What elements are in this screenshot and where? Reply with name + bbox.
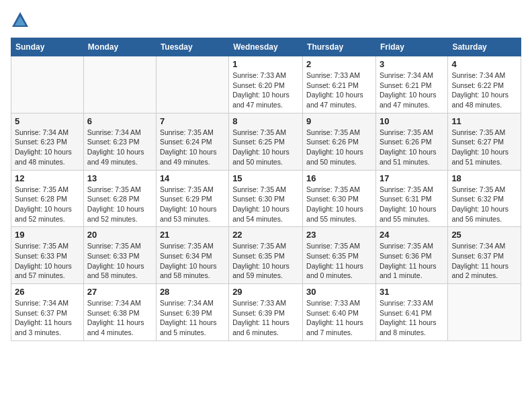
day-number: 20: [87, 230, 152, 240]
day-info: Sunrise: 7:35 AMSunset: 6:29 PMDaylight:…: [160, 185, 225, 224]
day-number: 24: [380, 230, 444, 240]
dow-thursday: Thursday: [303, 38, 376, 56]
day-cell: 18Sunrise: 7:35 AMSunset: 6:32 PMDayligh…: [448, 170, 521, 227]
day-number: 2: [306, 59, 372, 69]
day-number: 12: [15, 173, 80, 183]
day-info: Sunrise: 7:35 AMSunset: 6:32 PMDaylight:…: [451, 185, 517, 224]
calendar-table: SundayMondayTuesdayWednesdayThursdayFrid…: [11, 38, 521, 341]
day-cell: 21Sunrise: 7:35 AMSunset: 6:34 PMDayligh…: [156, 227, 228, 284]
day-cell: [156, 56, 228, 113]
day-cell: 20Sunrise: 7:35 AMSunset: 6:33 PMDayligh…: [83, 227, 156, 284]
day-number: 17: [380, 173, 444, 183]
day-cell: 6Sunrise: 7:34 AMSunset: 6:23 PMDaylight…: [83, 113, 156, 170]
day-number: 13: [87, 173, 152, 183]
day-cell: [448, 284, 521, 341]
day-info: Sunrise: 7:35 AMSunset: 6:36 PMDaylight:…: [380, 241, 444, 281]
day-cell: 13Sunrise: 7:35 AMSunset: 6:28 PMDayligh…: [83, 170, 156, 227]
day-info: Sunrise: 7:35 AMSunset: 6:31 PMDaylight:…: [380, 185, 444, 224]
day-cell: 10Sunrise: 7:35 AMSunset: 6:26 PMDayligh…: [375, 113, 447, 170]
day-number: 25: [451, 230, 517, 240]
day-info: Sunrise: 7:33 AMSunset: 6:20 PMDaylight:…: [232, 71, 299, 110]
day-info: Sunrise: 7:35 AMSunset: 6:24 PMDaylight:…: [160, 128, 225, 167]
day-number: 30: [306, 287, 372, 297]
day-cell: [83, 56, 156, 113]
day-info: Sunrise: 7:35 AMSunset: 6:26 PMDaylight:…: [306, 128, 372, 167]
week-row-4: 19Sunrise: 7:35 AMSunset: 6:33 PMDayligh…: [11, 227, 521, 284]
day-cell: 22Sunrise: 7:35 AMSunset: 6:35 PMDayligh…: [229, 227, 303, 284]
day-number: 4: [451, 59, 517, 69]
day-info: Sunrise: 7:34 AMSunset: 6:38 PMDaylight:…: [87, 298, 152, 338]
day-cell: 17Sunrise: 7:35 AMSunset: 6:31 PMDayligh…: [375, 170, 447, 227]
day-cell: 24Sunrise: 7:35 AMSunset: 6:36 PMDayligh…: [375, 227, 447, 284]
day-cell: 14Sunrise: 7:35 AMSunset: 6:29 PMDayligh…: [156, 170, 228, 227]
week-row-5: 26Sunrise: 7:34 AMSunset: 6:37 PMDayligh…: [11, 284, 521, 341]
day-cell: 5Sunrise: 7:34 AMSunset: 6:23 PMDaylight…: [11, 113, 84, 170]
day-cell: 8Sunrise: 7:35 AMSunset: 6:25 PMDaylight…: [229, 113, 303, 170]
day-info: Sunrise: 7:34 AMSunset: 6:21 PMDaylight:…: [380, 71, 444, 110]
day-cell: 29Sunrise: 7:33 AMSunset: 6:39 PMDayligh…: [229, 284, 303, 341]
day-info: Sunrise: 7:34 AMSunset: 6:23 PMDaylight:…: [15, 128, 80, 167]
day-number: 11: [451, 116, 517, 126]
day-number: 22: [232, 230, 299, 240]
day-cell: [11, 56, 84, 113]
day-number: 6: [87, 116, 152, 126]
day-number: 23: [306, 230, 372, 240]
page-header: [11, 11, 521, 30]
dow-wednesday: Wednesday: [229, 38, 303, 56]
day-cell: 4Sunrise: 7:34 AMSunset: 6:22 PMDaylight…: [448, 56, 521, 113]
day-info: Sunrise: 7:34 AMSunset: 6:22 PMDaylight:…: [451, 71, 517, 110]
week-row-1: 1Sunrise: 7:33 AMSunset: 6:20 PMDaylight…: [11, 56, 521, 113]
day-number: 3: [380, 59, 444, 69]
day-info: Sunrise: 7:35 AMSunset: 6:30 PMDaylight:…: [232, 185, 299, 224]
day-info: Sunrise: 7:35 AMSunset: 6:34 PMDaylight:…: [160, 241, 225, 281]
day-number: 9: [306, 116, 372, 126]
day-cell: 7Sunrise: 7:35 AMSunset: 6:24 PMDaylight…: [156, 113, 228, 170]
day-info: Sunrise: 7:35 AMSunset: 6:33 PMDaylight:…: [15, 241, 80, 281]
day-number: 15: [232, 173, 299, 183]
day-cell: 27Sunrise: 7:34 AMSunset: 6:38 PMDayligh…: [83, 284, 156, 341]
day-number: 28: [160, 287, 225, 297]
day-info: Sunrise: 7:35 AMSunset: 6:26 PMDaylight:…: [380, 128, 444, 167]
day-cell: 12Sunrise: 7:35 AMSunset: 6:28 PMDayligh…: [11, 170, 84, 227]
day-info: Sunrise: 7:35 AMSunset: 6:30 PMDaylight:…: [306, 185, 372, 224]
day-cell: 15Sunrise: 7:35 AMSunset: 6:30 PMDayligh…: [229, 170, 303, 227]
day-number: 19: [15, 230, 80, 240]
day-info: Sunrise: 7:35 AMSunset: 6:35 PMDaylight:…: [232, 241, 299, 281]
day-info: Sunrise: 7:35 AMSunset: 6:27 PMDaylight:…: [451, 128, 517, 167]
day-cell: 25Sunrise: 7:34 AMSunset: 6:37 PMDayligh…: [448, 227, 521, 284]
day-number: 14: [160, 173, 225, 183]
day-cell: 30Sunrise: 7:33 AMSunset: 6:40 PMDayligh…: [303, 284, 376, 341]
dow-sunday: Sunday: [11, 38, 84, 56]
day-number: 29: [232, 287, 299, 297]
days-of-week-header: SundayMondayTuesdayWednesdayThursdayFrid…: [11, 38, 521, 56]
day-cell: 9Sunrise: 7:35 AMSunset: 6:26 PMDaylight…: [303, 113, 376, 170]
day-number: 10: [380, 116, 444, 126]
day-info: Sunrise: 7:34 AMSunset: 6:23 PMDaylight:…: [87, 128, 152, 167]
day-info: Sunrise: 7:33 AMSunset: 6:41 PMDaylight:…: [380, 298, 444, 338]
day-cell: 23Sunrise: 7:35 AMSunset: 6:35 PMDayligh…: [303, 227, 376, 284]
day-cell: 31Sunrise: 7:33 AMSunset: 6:41 PMDayligh…: [375, 284, 447, 341]
day-number: 7: [160, 116, 225, 126]
day-cell: 2Sunrise: 7:33 AMSunset: 6:21 PMDaylight…: [303, 56, 376, 113]
day-info: Sunrise: 7:35 AMSunset: 6:33 PMDaylight:…: [87, 241, 152, 281]
day-number: 1: [232, 59, 299, 69]
day-number: 26: [15, 287, 80, 297]
day-info: Sunrise: 7:34 AMSunset: 6:37 PMDaylight:…: [451, 241, 517, 281]
day-number: 21: [160, 230, 225, 240]
day-number: 27: [87, 287, 152, 297]
day-number: 18: [451, 173, 517, 183]
day-info: Sunrise: 7:34 AMSunset: 6:39 PMDaylight:…: [160, 298, 225, 338]
logo-icon: [11, 11, 30, 30]
day-cell: 26Sunrise: 7:34 AMSunset: 6:37 PMDayligh…: [11, 284, 84, 341]
logo: [11, 11, 32, 30]
dow-saturday: Saturday: [448, 38, 521, 56]
week-row-2: 5Sunrise: 7:34 AMSunset: 6:23 PMDaylight…: [11, 113, 521, 170]
day-number: 31: [380, 287, 444, 297]
dow-monday: Monday: [83, 38, 156, 56]
calendar-body: 1Sunrise: 7:33 AMSunset: 6:20 PMDaylight…: [11, 56, 521, 341]
day-info: Sunrise: 7:33 AMSunset: 6:40 PMDaylight:…: [306, 298, 372, 338]
day-cell: 28Sunrise: 7:34 AMSunset: 6:39 PMDayligh…: [156, 284, 228, 341]
day-cell: 1Sunrise: 7:33 AMSunset: 6:20 PMDaylight…: [229, 56, 303, 113]
day-info: Sunrise: 7:35 AMSunset: 6:28 PMDaylight:…: [87, 185, 152, 224]
day-cell: 16Sunrise: 7:35 AMSunset: 6:30 PMDayligh…: [303, 170, 376, 227]
